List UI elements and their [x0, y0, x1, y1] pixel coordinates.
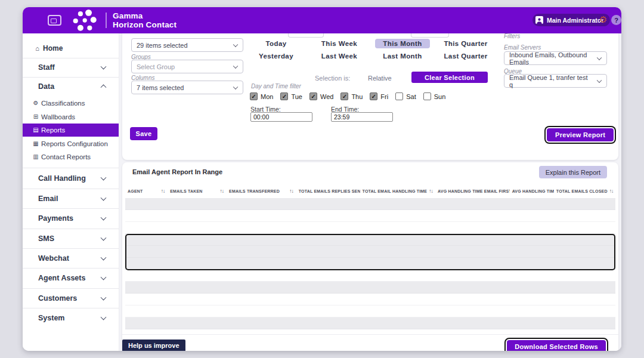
table-row[interactable] — [125, 305, 615, 317]
table-row[interactable] — [125, 270, 615, 282]
table-row[interactable] — [125, 198, 615, 210]
day-checkbox[interactable]: Tue — [280, 92, 302, 100]
sidebar-item[interactable]: ▥ Contact Reports — [23, 150, 119, 163]
sidebar-item-label: Reports — [41, 126, 65, 134]
date-preset-button[interactable]: This Quarter — [434, 37, 497, 50]
date-presets: Today This Week This Month This Quarter — [244, 37, 497, 62]
date-preset-button[interactable]: This Month — [371, 37, 434, 50]
agents-dropdown[interactable]: 29 items selected — [131, 38, 243, 52]
sidebar-group[interactable]: Payments — [23, 210, 119, 227]
sidebar-group[interactable]: Customers — [23, 290, 119, 307]
user-badge[interactable]: Main Administrator — [532, 14, 610, 26]
sort-icon[interactable]: ↑↓ — [220, 188, 224, 194]
filters-card: 29 items selected Groups Select Group Co… — [122, 33, 618, 160]
email-servers-dropdown[interactable]: Inbound Emails, Outbound Emails — [504, 51, 607, 65]
preview-report-button[interactable]: Preview Report — [547, 128, 614, 141]
table-row[interactable] — [125, 258, 615, 270]
sidebar-group[interactable]: SMS — [23, 230, 119, 247]
table-row[interactable] — [125, 234, 615, 246]
queue-dropdown[interactable]: Email Queue 1, tranfer test q — [504, 74, 607, 88]
column-header[interactable]: AGENT ↑↓ — [125, 188, 168, 194]
groups-dropdown[interactable]: Select Group — [131, 60, 243, 73]
chevron-down-icon — [101, 175, 107, 181]
sidebar-group[interactable]: Webchat — [23, 250, 119, 267]
column-header[interactable]: AVG HANDLING TIME EMAIL FIRST ↑↓ — [435, 188, 510, 194]
checkbox-icon[interactable] — [370, 92, 377, 100]
column-header[interactable]: TOTAL EMAILS REPLIES SENT ↑↓ — [296, 188, 360, 194]
date-preset-button[interactable]: Today — [244, 37, 308, 50]
day-checkboxes: Mon Tue Wed Thu — [250, 92, 445, 100]
download-selected-rows-button[interactable]: Download Selected Rows — [507, 340, 606, 351]
date-preset-button[interactable]: Last Month — [371, 50, 434, 62]
sidebar-group-staff[interactable]: Staff — [23, 59, 119, 76]
day-checkbox[interactable]: Sun — [423, 92, 446, 100]
date-preset-button[interactable]: Last Week — [308, 50, 371, 62]
sort-icon[interactable]: ↑↓ — [161, 188, 165, 194]
sidebar-item[interactable]: ▦ Reports Configuration — [23, 137, 119, 150]
selection-is-label: Selection is: — [315, 75, 350, 82]
day-checkbox[interactable]: Mon — [250, 92, 273, 100]
chevron-down-icon — [101, 295, 107, 301]
day-label: Sat — [406, 93, 416, 100]
checkbox-icon[interactable] — [250, 92, 258, 100]
sidebar-item[interactable]: ⚙ Classifications — [23, 97, 119, 110]
help-icon[interactable]: ? — [611, 15, 621, 25]
clear-selection-button[interactable]: Clear Selection — [411, 72, 488, 83]
sidebar-group[interactable]: Call Handling — [23, 170, 119, 187]
checkbox-icon[interactable] — [423, 92, 431, 100]
gear-icon[interactable]: ⚙ — [599, 15, 607, 24]
sort-icon[interactable]: ↑↓ — [429, 188, 433, 194]
sidebar-item[interactable]: ▤ Reports — [23, 124, 119, 137]
columns-dropdown-value: 7 items selected — [137, 84, 184, 91]
column-header[interactable]: AVG HANDLING TIME EMAIL FINAL ↑↓ — [510, 188, 554, 194]
checkbox-icon[interactable] — [280, 92, 288, 100]
save-button[interactable]: Save — [130, 127, 157, 140]
column-header[interactable]: TOTAL EMAILS CLOSED ↑↓ — [554, 188, 615, 194]
sort-icon[interactable]: ↑↓ — [289, 188, 293, 194]
column-header[interactable]: TOTAL EMAIL HANDLING TIME ↑↓ — [360, 188, 436, 194]
day-checkbox[interactable]: Sat — [395, 92, 416, 100]
date-preset-button[interactable]: This Week — [308, 37, 371, 50]
table-row[interactable] — [125, 282, 615, 294]
sidebar-group[interactable]: Email — [23, 190, 119, 207]
date-preset-button[interactable]: Yesterday — [244, 50, 308, 62]
end-time-input[interactable] — [331, 112, 393, 122]
sidebar-item-home[interactable]: ⌂ Home — [23, 41, 119, 56]
table-row[interactable] — [125, 210, 615, 222]
column-header[interactable]: EMAILS TRANSFERRED ↑↓ — [227, 188, 296, 194]
column-header-label: TOTAL EMAILS REPLIES SENT — [299, 189, 360, 193]
sidebar-group-label: SMS — [38, 234, 54, 243]
help-us-improve-tag[interactable]: Help us improve — [122, 340, 185, 351]
window-icon[interactable] — [48, 15, 61, 26]
sidebar-group[interactable]: System — [23, 310, 119, 326]
table-row[interactable] — [125, 222, 615, 234]
day-label: Thu — [351, 93, 363, 100]
day-time-filter-label: Day and Time filter — [251, 83, 301, 90]
start-time-input[interactable] — [250, 112, 312, 122]
sidebar-group-data[interactable]: Data — [23, 78, 119, 95]
sidebar-group[interactable]: Agent Assets — [23, 270, 119, 286]
column-header[interactable]: EMAILS TAKEN ↑↓ — [168, 188, 227, 194]
day-checkbox[interactable]: Thu — [340, 92, 363, 100]
checkbox-icon[interactable] — [340, 92, 348, 100]
day-checkbox[interactable]: Wed — [309, 92, 333, 100]
table-row[interactable] — [125, 317, 615, 329]
menu-item-icon: ▤ — [32, 127, 39, 133]
sidebar-item[interactable]: ⊞ Wallboards — [23, 110, 119, 124]
date-preset-button[interactable]: Last Quarter — [434, 50, 497, 62]
column-header-label: EMAILS TAKEN — [170, 189, 202, 193]
checkbox-icon[interactable] — [395, 92, 403, 100]
columns-dropdown[interactable]: 7 items selected — [131, 81, 243, 94]
divider — [23, 248, 119, 249]
table-body — [125, 198, 615, 329]
explain-report-button[interactable]: Explain this Report — [539, 166, 607, 178]
table-row[interactable] — [125, 294, 615, 305]
table-row[interactable] — [125, 246, 615, 258]
column-header-label: AVG HANDLING TIME EMAIL FINAL — [512, 189, 554, 193]
date-preset-label: This Week — [314, 39, 365, 48]
sidebar: ⌂ Home Staff Data ⚙ Classifications ⊞ Wa… — [23, 33, 119, 351]
report-card: Email Agent Report In Range Explain this… — [122, 162, 618, 351]
checkbox-icon[interactable] — [309, 92, 317, 100]
sort-icon[interactable]: ↑↓ — [609, 188, 614, 194]
day-checkbox[interactable]: Fri — [370, 92, 388, 100]
